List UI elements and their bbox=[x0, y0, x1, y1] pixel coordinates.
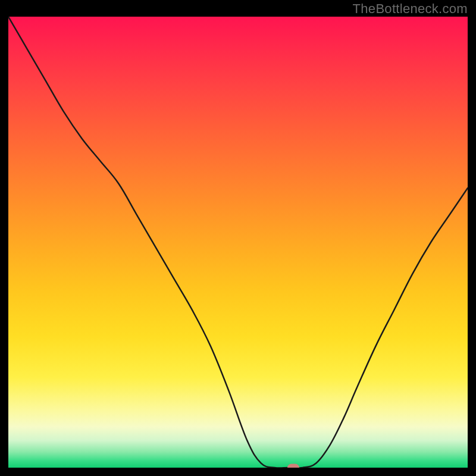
optimal-point-marker bbox=[287, 464, 299, 468]
watermark-text: TheBottleneck.com bbox=[353, 1, 468, 17]
chart-plot-area bbox=[8, 17, 468, 468]
bottleneck-curve bbox=[8, 17, 468, 468]
